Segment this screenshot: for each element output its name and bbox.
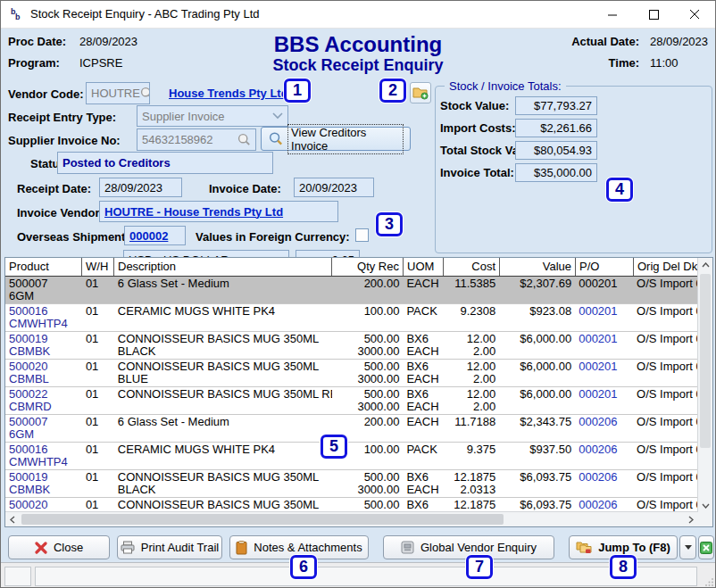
add-attachment-button[interactable] (410, 82, 431, 104)
vendor-search-icon[interactable] (140, 87, 150, 100)
program-label: Program: (8, 56, 60, 70)
column-header-w-h[interactable]: W/H (82, 258, 114, 276)
scroll-right-icon[interactable] (684, 512, 698, 526)
po-link[interactable]: 000201 (579, 305, 629, 318)
product-code-link[interactable]: 500016 (9, 305, 79, 318)
cell-text: 500.00 (336, 499, 400, 511)
stock-value: $77,793.27 (534, 99, 592, 112)
product-code-link[interactable]: 500016 (9, 443, 79, 456)
maximize-button[interactable] (633, 1, 674, 28)
table-cell: BX6EACH (403, 332, 443, 359)
po-link[interactable]: 000206 (579, 499, 629, 511)
invoice-date-label: Invoice Date: (209, 182, 281, 195)
table-cell: 000201 (575, 387, 633, 414)
receipt-date-label: Receipt Date: (17, 182, 91, 195)
horizontal-scrollbar-thumb[interactable] (21, 514, 504, 525)
product-code-link[interactable]: CBMBL (9, 373, 79, 385)
column-header-p-o[interactable]: P/O (576, 258, 634, 276)
cell-text: $937.50 (503, 443, 571, 456)
table-cell: 01 (82, 415, 114, 442)
po-link[interactable]: 000206 (579, 471, 629, 484)
table-row[interactable]: 5000076GM016 Glass Set - Medium200.00EAC… (5, 277, 698, 304)
product-code-link[interactable]: 500022 (9, 388, 79, 401)
table-cell: 500022CBMRD (5, 387, 82, 414)
cell-text: CONNOISSEUR BASICS MUG 350ML RED (118, 388, 329, 401)
table-cell: 12.002.00 (443, 332, 499, 359)
column-header-orig-del-dkt[interactable]: Orig Del Dkt (634, 258, 699, 276)
overseas-shipment-link[interactable]: 000002 (129, 229, 168, 243)
table-cell: 500016CMWHTP4 (5, 304, 82, 331)
scroll-down-icon[interactable] (698, 499, 712, 513)
table-cell: 500.003000.00 (332, 387, 404, 414)
table-row[interactable]: 500016CMWHTP401CERAMIC MUGS WHITE PK4100… (5, 443, 698, 470)
table-row[interactable]: 500016CMWHTP401CERAMIC MUGS WHITE PK4100… (5, 304, 698, 332)
jump-to-dropdown-button[interactable] (679, 535, 696, 559)
table-cell: 000201 (575, 304, 633, 331)
vendor-name-link[interactable]: House Trends Pty Ltd (169, 87, 288, 100)
product-code-link[interactable]: CBMRD (9, 401, 79, 413)
table-row[interactable]: 500019CBMBK01CONNOISSEUR BASICS MUG 350M… (5, 332, 698, 360)
product-code-link[interactable]: CMWHTP4 (9, 456, 79, 468)
receipt-entry-type-dropdown[interactable]: Supplier Invoice (137, 105, 288, 127)
close-button[interactable]: Close (8, 535, 110, 559)
product-code-link[interactable]: 500019 (9, 471, 79, 484)
view-creditors-invoice-button[interactable]: View Creditors Invoice (261, 127, 411, 151)
vendor-code-field[interactable]: HOUTRE (86, 82, 150, 104)
vertical-scrollbar-thumb[interactable] (700, 274, 711, 448)
product-code-link[interactable]: 500019 (9, 333, 79, 345)
minimize-button[interactable] (592, 1, 633, 28)
vertical-scrollbar[interactable] (697, 258, 712, 513)
invoice-search-icon[interactable] (237, 133, 251, 146)
invoice-total-value: $35,000.00 (534, 166, 592, 179)
horizontal-scrollbar[interactable] (5, 511, 698, 526)
column-header-description[interactable]: Description (114, 258, 332, 276)
cell-text: O/S Import 0 (637, 499, 695, 511)
po-link[interactable]: 000201 (579, 388, 629, 401)
resize-grip[interactable] (705, 577, 714, 586)
product-code-link[interactable]: 500020 (9, 360, 79, 373)
po-link[interactable]: 000206 (579, 443, 629, 456)
table-cell: $923.08 (499, 304, 575, 331)
print-audit-trail-label: Print Audit Trail (141, 541, 219, 554)
table-cell: O/S Import 0 (633, 360, 698, 386)
table-row[interactable]: 500020CBMBL01CONNOISSEUR BASICS MUG 350M… (5, 360, 698, 387)
po-link[interactable]: 000201 (579, 360, 629, 373)
folder-add-icon (412, 86, 429, 100)
close-window-button[interactable] (674, 1, 715, 28)
foreign-currency-checkbox[interactable] (355, 228, 369, 242)
invoice-date-field[interactable]: 20/09/2023 (294, 178, 374, 197)
product-code-link[interactable]: 6GM (9, 290, 79, 302)
table-row[interactable]: 500019CBMBK01CONNOISSEUR BASICS MUG 350M… (5, 470, 698, 498)
product-code-link[interactable]: 500007 (9, 277, 79, 290)
po-link[interactable]: 000206 (579, 416, 629, 428)
product-code-link[interactable]: 500020 (9, 499, 79, 511)
product-code-link[interactable]: CBMBK (9, 345, 79, 358)
product-code-link[interactable]: 500007 (9, 416, 79, 428)
product-code-link[interactable]: CBMBK (9, 484, 79, 496)
cell-text: 2.00 (446, 345, 495, 358)
table-row[interactable]: 5000076GM016 Glass Set - Medium200.00EAC… (5, 415, 698, 443)
product-code-link[interactable]: 6GM (9, 428, 79, 441)
po-link[interactable]: 000201 (579, 277, 629, 290)
product-code-link[interactable]: CMWHTP4 (9, 318, 79, 330)
cell-text: PACK (406, 443, 439, 456)
scroll-left-icon[interactable] (5, 512, 20, 526)
overseas-shipment-field: 000002 (124, 226, 186, 245)
close-x-icon (35, 542, 47, 554)
scroll-up-icon[interactable] (698, 258, 712, 272)
column-header-qty-rec[interactable]: Qty Rec (332, 258, 404, 276)
po-link[interactable]: 000201 (579, 333, 629, 345)
column-header-value[interactable]: Value (500, 258, 576, 276)
column-header-uom[interactable]: UOM (404, 258, 444, 276)
annotation-badge-1: 1 (284, 79, 311, 103)
status-bar (1, 562, 716, 588)
export-excel-button[interactable] (698, 535, 714, 559)
invoice-vendor-link[interactable]: HOUTRE - House Trends Pty Ltd (104, 205, 283, 219)
column-header-product[interactable]: Product (5, 258, 82, 276)
receipt-date-field[interactable]: 28/09/2023 (99, 178, 182, 197)
column-header-cost[interactable]: Cost (444, 258, 500, 276)
print-audit-trail-button[interactable]: Print Audit Trail (117, 535, 222, 559)
cell-text: O/S Import 0 (637, 305, 695, 318)
table-row[interactable]: 500022CBMRD01CONNOISSEUR BASICS MUG 350M… (5, 387, 698, 415)
supplier-invoice-no-field[interactable]: 54632158962 (137, 128, 256, 151)
